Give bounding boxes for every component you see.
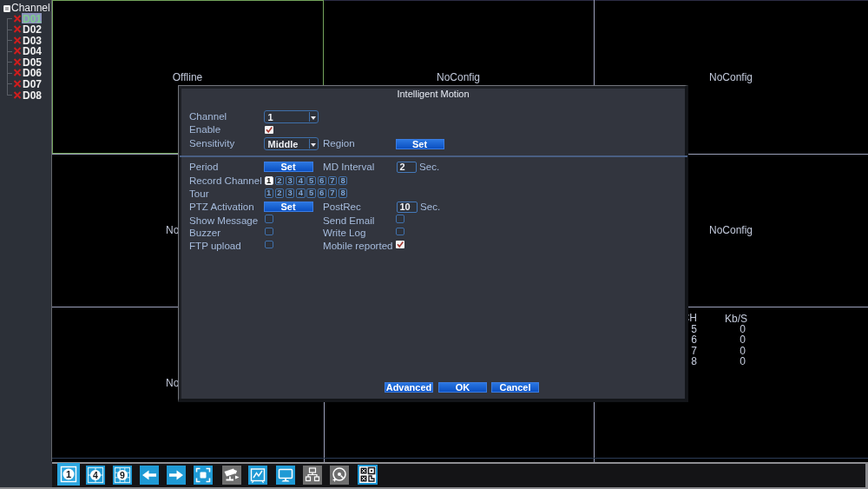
svg-text:9: 9 xyxy=(120,470,125,480)
svg-text:4: 4 xyxy=(93,470,98,480)
svg-text:1: 1 xyxy=(66,469,71,479)
